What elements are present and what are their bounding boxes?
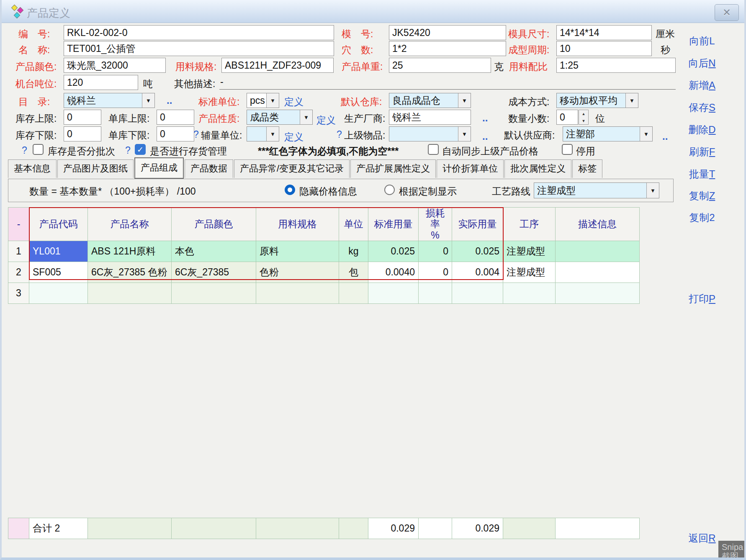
cell-r3-c5[interactable] xyxy=(339,283,368,304)
material-input[interactable]: ABS121H_ZDF23-009 xyxy=(221,58,334,73)
cell-r3-c9[interactable] xyxy=(503,283,556,304)
next-button[interactable]: 向后N xyxy=(679,57,725,70)
supplier-select[interactable]: 注塑部 ▼ xyxy=(563,126,653,141)
cell-r3-c3[interactable] xyxy=(172,283,256,304)
unit-weight-input[interactable]: 25 xyxy=(389,58,491,73)
manufacturer-input[interactable]: 锐科兰 xyxy=(389,110,471,125)
custom-display-radio[interactable] xyxy=(384,185,395,195)
nature-select[interactable]: 成品类 ▼ xyxy=(247,110,313,125)
cycle-input[interactable]: 10 xyxy=(556,41,652,56)
nature-define-link[interactable]: 定义 xyxy=(316,114,336,127)
batch-help-icon[interactable]: ? xyxy=(22,145,27,156)
column-header-8[interactable]: 实际用量 xyxy=(452,208,503,241)
column-header-6[interactable]: 标准用量 xyxy=(368,208,419,241)
code-input[interactable]: RKL-02-002-0 xyxy=(64,25,334,40)
inventory-help-icon[interactable]: ? xyxy=(125,145,131,156)
cost-method-select[interactable]: 移动加权平均 ▼ xyxy=(556,93,638,108)
sync-checkbox[interactable] xyxy=(428,144,439,155)
disabled-checkbox[interactable] xyxy=(562,144,573,155)
hide-price-radio[interactable] xyxy=(285,185,295,195)
parent-item-select[interactable]: ▼ xyxy=(389,126,471,141)
std-unit-define-link[interactable]: 定义 xyxy=(284,95,304,108)
chevron-down-icon[interactable]: ▼ xyxy=(266,127,279,141)
cell-r2-c9[interactable]: 注塑成型 xyxy=(503,262,556,283)
aux-unit-help-icon[interactable]: ? xyxy=(193,129,199,140)
manufacturer-more-button[interactable]: .. xyxy=(482,112,488,124)
inventory-checkbox[interactable]: ✓ xyxy=(135,144,146,155)
batch-button[interactable]: 批量T xyxy=(679,167,725,181)
name-input[interactable]: TET001_公插管 xyxy=(64,41,334,56)
catalog-more-button[interactable]: .. xyxy=(167,95,172,106)
cell-r1-c4[interactable]: 原料 xyxy=(256,241,339,262)
single-upper-input[interactable]: 0 xyxy=(157,110,194,125)
cell-r2-c4[interactable]: 色粉 xyxy=(256,262,339,283)
cell-r1-c0[interactable]: 1 xyxy=(8,241,29,262)
cell-r1-c2[interactable]: ABS 121H原料 xyxy=(88,241,172,262)
cell-r1-c6[interactable]: 0.025 xyxy=(368,241,419,262)
cell-r1-c5[interactable]: kg xyxy=(339,241,368,262)
tab-1[interactable]: 基本信息 xyxy=(8,159,57,178)
stock-lower-input[interactable]: 0 xyxy=(64,126,101,141)
column-header-3[interactable]: 产品颜色 xyxy=(172,208,256,241)
column-header-5[interactable]: 单位 xyxy=(339,208,368,241)
tab-4[interactable]: 产品数据 xyxy=(185,159,233,178)
other-desc-input[interactable]: - xyxy=(219,76,676,90)
cell-r3-c2[interactable] xyxy=(88,283,172,304)
process-route-select[interactable]: 注塑成型 ▼ xyxy=(534,182,659,198)
tab-2[interactable]: 产品图片及图纸 xyxy=(57,159,134,178)
cell-r2-c5[interactable]: 包 xyxy=(339,262,368,283)
tab-5[interactable]: 产品异常/变更及其它记录 xyxy=(234,159,350,178)
add-button[interactable]: 新增A xyxy=(679,79,725,92)
aux-unit-define-link[interactable]: 定义 xyxy=(284,131,304,144)
chevron-down-icon[interactable]: ▼ xyxy=(625,93,638,108)
cell-r1-c7[interactable]: 0 xyxy=(419,241,452,262)
cell-r3-c4[interactable] xyxy=(256,283,339,304)
cell-r2-c6[interactable]: 0.0040 xyxy=(368,262,419,283)
chevron-down-icon[interactable]: ▼ xyxy=(300,110,312,124)
tab-8[interactable]: 批次属性定义 xyxy=(504,159,571,178)
aux-unit-select[interactable]: ▼ xyxy=(247,126,279,141)
cell-r1-c9[interactable]: 注塑成型 xyxy=(503,241,556,262)
std-unit-select[interactable]: pcs ▼ xyxy=(247,93,279,108)
color-input[interactable]: 珠光黑_32000 xyxy=(64,58,166,73)
tonnage-input[interactable]: 120 xyxy=(64,75,138,90)
tab-3[interactable]: 产品组成 xyxy=(134,157,184,179)
single-lower-input[interactable]: 0 xyxy=(157,126,194,141)
cell-r3-c6[interactable] xyxy=(368,283,419,304)
cavity-input[interactable]: 1*2 xyxy=(389,41,506,56)
copy-button[interactable]: 复制Z xyxy=(679,189,725,203)
column-header-2[interactable]: 产品名称 xyxy=(88,208,172,241)
column-header-7[interactable]: 损耗率 % xyxy=(419,208,452,241)
column-header-9[interactable]: 工序 xyxy=(503,208,556,241)
cell-r3-c1[interactable] xyxy=(29,283,88,304)
supplier-more-button[interactable]: .. xyxy=(662,131,668,142)
cell-r2-c1[interactable]: SF005 xyxy=(29,262,88,283)
refresh-button[interactable]: 刷新F xyxy=(679,145,725,159)
chevron-down-icon[interactable]: ▼ xyxy=(646,183,659,198)
column-header-1[interactable]: 产品代码 xyxy=(29,208,88,241)
cell-r3-c7[interactable] xyxy=(419,283,452,304)
chevron-down-icon[interactable]: ▼ xyxy=(266,93,279,108)
catalog-select[interactable]: 锐科兰 ▼ xyxy=(64,93,155,108)
cell-r2-c2[interactable]: 6C灰_27385 色粉 xyxy=(88,262,172,283)
stock-upper-input[interactable]: 0 xyxy=(64,110,101,125)
chevron-down-icon[interactable]: ▼ xyxy=(142,93,154,108)
mold-size-input[interactable]: 14*14*14 xyxy=(556,25,652,40)
cell-r1-c10[interactable] xyxy=(556,241,640,262)
prev-button[interactable]: 向前L xyxy=(679,34,725,48)
warehouse-select[interactable]: 良品成品仓 ▼ xyxy=(389,93,471,108)
cell-r3-c0[interactable]: 3 xyxy=(8,283,29,304)
cell-r1-c8[interactable]: 0.025 xyxy=(452,241,503,262)
column-header-4[interactable]: 用料规格 xyxy=(256,208,339,241)
tab-7[interactable]: 计价折算单位 xyxy=(437,159,504,178)
print-button[interactable]: 打印P xyxy=(679,292,725,306)
chevron-down-icon[interactable]: ▼ xyxy=(458,127,471,141)
cell-r3-c8[interactable] xyxy=(452,283,503,304)
column-header-10[interactable]: 描述信息 xyxy=(556,208,640,241)
delete-button[interactable]: 删除D xyxy=(679,123,725,136)
cell-r2-c7[interactable]: 0 xyxy=(419,262,452,283)
chevron-down-icon[interactable]: ▼ xyxy=(458,93,471,108)
cell-r2-c0[interactable]: 2 xyxy=(8,262,29,283)
copy2-button[interactable]: 复制2 xyxy=(679,211,725,224)
tab-6[interactable]: 产品扩展属性定义 xyxy=(350,159,436,178)
